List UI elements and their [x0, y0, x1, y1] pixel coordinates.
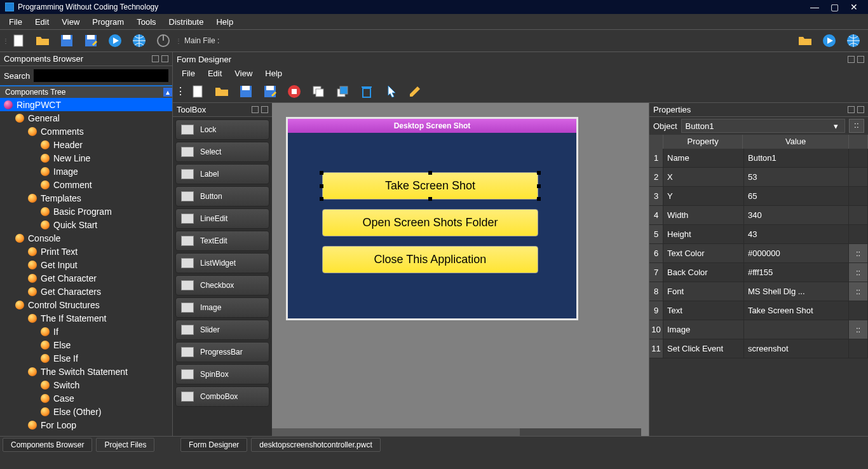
property-value[interactable]: 43	[744, 225, 849, 243]
property-value[interactable]: screenshot	[744, 339, 849, 358]
scroll-up-icon[interactable]: ▴	[163, 88, 172, 97]
fd-menu-edit[interactable]: Edit	[201, 67, 228, 79]
close-panel-icon[interactable]	[161, 55, 168, 62]
open-folder-icon[interactable]	[794, 31, 816, 50]
tool-textedit[interactable]: TextEdit	[175, 231, 269, 251]
search-input[interactable]	[34, 69, 168, 82]
property-more-button[interactable]: ::	[849, 320, 868, 339]
save-as-icon[interactable]	[80, 31, 102, 50]
tree-item[interactable]: General	[0, 111, 172, 125]
close-panel-icon[interactable]	[261, 106, 268, 113]
duplicate-icon[interactable]	[308, 82, 329, 101]
property-value[interactable]: 53	[744, 168, 849, 186]
tree-item[interactable]: Comments	[0, 125, 172, 138]
tree-item[interactable]: Else (Other)	[0, 405, 172, 418]
tree-item[interactable]: If	[0, 325, 172, 338]
selection-handle[interactable]	[320, 171, 323, 175]
edit-icon[interactable]	[404, 82, 426, 101]
property-row[interactable]: 1NameButton1	[649, 149, 868, 168]
bottom-tab[interactable]: Components Browser	[3, 438, 92, 452]
close-panel-icon[interactable]	[857, 56, 864, 63]
selection-handle[interactable]	[320, 197, 323, 201]
tree-item[interactable]: Basic Program	[0, 205, 172, 218]
property-value[interactable]	[744, 320, 849, 339]
property-value[interactable]: Take Screen Shot	[744, 301, 849, 320]
tree-item[interactable]: Get Input	[0, 258, 172, 271]
fd-menu-file[interactable]: File	[175, 67, 201, 79]
menu-view[interactable]: View	[55, 16, 86, 28]
stop-icon[interactable]	[283, 82, 305, 101]
selection-handle[interactable]	[537, 197, 541, 201]
tree-item[interactable]: Image	[0, 165, 172, 178]
form-button[interactable]: Open Screen Shots Folder	[322, 209, 538, 236]
tree-item[interactable]: The If Statement	[0, 311, 172, 325]
property-value[interactable]: 340	[744, 206, 849, 224]
tree-item[interactable]: Print Text	[0, 245, 172, 258]
property-row[interactable]: 5Height43	[649, 225, 868, 244]
tree-item[interactable]: New Line	[0, 151, 172, 165]
property-row[interactable]: 3Y65	[649, 187, 868, 206]
tree-item[interactable]: Quick Start	[0, 218, 172, 231]
property-value[interactable]: #fff155	[744, 263, 849, 282]
run-icon[interactable]	[104, 31, 126, 50]
tree-item[interactable]: The Switch Statement	[0, 365, 172, 378]
bottom-tab[interactable]: desktopscreenshotcontroller.pwct	[251, 438, 380, 452]
save-icon[interactable]	[235, 82, 257, 101]
tool-checkbox[interactable]: Checkbox	[175, 275, 269, 296]
fd-menu-help[interactable]: Help	[259, 67, 288, 79]
tool-listwidget[interactable]: ListWidget	[175, 253, 269, 273]
menu-edit[interactable]: Edit	[29, 16, 55, 28]
property-row[interactable]: 7Back Color#fff155::	[649, 263, 868, 282]
selection-handle[interactable]	[537, 184, 541, 188]
save-icon[interactable]	[56, 31, 78, 50]
property-value[interactable]: 65	[744, 187, 849, 205]
form-button[interactable]: Close This Application	[322, 246, 538, 273]
object-select[interactable]: Button1 ▾	[681, 119, 845, 133]
property-more-button[interactable]: ::	[849, 244, 868, 262]
property-row[interactable]: 11Set Click Eventscreenshot	[649, 339, 868, 358]
property-row[interactable]: 9TextTake Screen Shot	[649, 301, 868, 320]
tool-combobox[interactable]: ComboBox	[175, 386, 269, 407]
tree-item[interactable]: Switch	[0, 378, 172, 391]
open-folder-icon[interactable]	[32, 31, 53, 50]
form-window[interactable]: Desktop Screen Shot Take Screen ShotOpen…	[286, 117, 578, 320]
delete-icon[interactable]	[356, 82, 377, 101]
tree-item[interactable]: Get Character	[0, 271, 172, 285]
tool-spinbox[interactable]: SpinBox	[175, 364, 269, 384]
close-icon[interactable]: ✕	[850, 2, 858, 12]
bottom-tab[interactable]: Project Files	[96, 438, 154, 452]
tool-select[interactable]: Select	[175, 142, 269, 162]
float-icon[interactable]	[848, 106, 855, 113]
selection-handle[interactable]	[320, 184, 323, 188]
web-icon[interactable]	[843, 31, 864, 50]
float-icon[interactable]	[252, 106, 259, 113]
menu-tools[interactable]: Tools	[130, 16, 162, 28]
menu-file[interactable]: File	[3, 16, 29, 28]
pointer-icon[interactable]	[380, 82, 402, 101]
to-back-icon[interactable]	[332, 82, 353, 101]
tree-item[interactable]: Control Structures	[0, 298, 172, 311]
run-icon[interactable]	[818, 31, 840, 50]
tree-item[interactable]: Case	[0, 391, 172, 405]
property-more-button[interactable]: ::	[849, 263, 868, 282]
power-icon[interactable]	[153, 31, 174, 50]
property-row[interactable]: 8FontMS Shell Dlg ...::	[649, 282, 868, 301]
tree-item[interactable]: Get Characters	[0, 285, 172, 298]
float-icon[interactable]	[848, 56, 855, 63]
new-file-icon[interactable]	[187, 82, 208, 101]
property-more-button[interactable]: ::	[849, 282, 868, 301]
selection-handle[interactable]	[428, 197, 432, 201]
property-value[interactable]: Button1	[744, 149, 849, 167]
tool-lineedit[interactable]: LineEdit	[175, 208, 269, 229]
tool-lock[interactable]: Lock	[175, 119, 269, 140]
close-panel-icon[interactable]	[857, 106, 864, 113]
maximize-icon[interactable]: ▢	[831, 2, 839, 12]
menu-help[interactable]: Help	[210, 16, 240, 28]
property-row[interactable]: 10Image::	[649, 320, 868, 339]
tree-item[interactable]: Comment	[0, 178, 172, 191]
property-value[interactable]: #000000	[744, 244, 849, 262]
components-tree[interactable]: RingPWCTGeneralCommentsHeaderNew LineIma…	[0, 98, 172, 436]
tree-item[interactable]: Else If	[0, 351, 172, 365]
property-value[interactable]: MS Shell Dlg ...	[744, 282, 849, 301]
save-as-icon[interactable]	[259, 82, 281, 101]
